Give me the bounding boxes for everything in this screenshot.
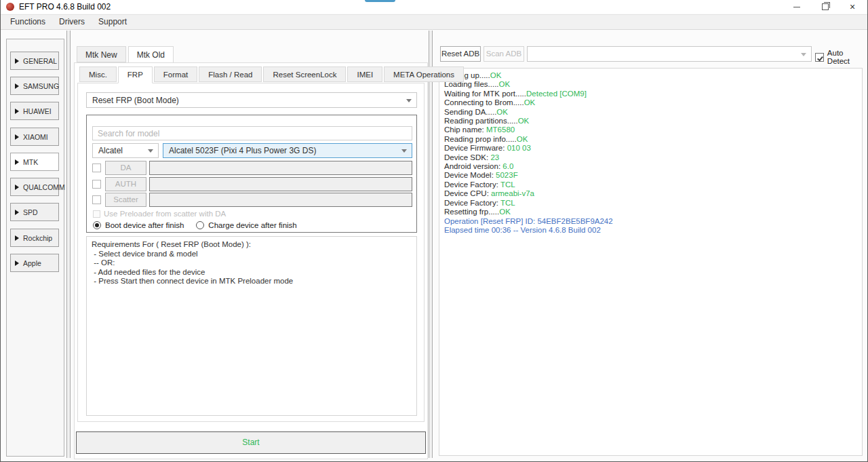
preloader-label: Use Preloader from scatter with DA [104, 210, 226, 218]
tab-misc[interactable]: Misc. [79, 66, 117, 82]
menu-support[interactable]: Support [92, 15, 134, 29]
auth-file-field[interactable] [149, 177, 412, 191]
sidebar-item-apple[interactable]: Apple [10, 254, 59, 272]
model-group-box: Alcatel Alcatel 5023F (Pixi 4 Plus Power… [86, 115, 417, 233]
brand-select-value: Alcatel [98, 146, 123, 155]
tab-mtk-new[interactable]: Mtk New [77, 46, 126, 62]
log-line: Loading files.....OK [444, 80, 857, 89]
adb-device-select[interactable] [527, 46, 812, 62]
auth-checkbox[interactable] [92, 180, 101, 189]
log-line: Reading prop info.....OK [444, 135, 857, 144]
log-line: Android version: 6.0 [444, 162, 857, 171]
expand-arrow-icon [15, 83, 19, 89]
da-file-field[interactable] [149, 161, 412, 175]
tab-imei[interactable]: IMEI [347, 66, 382, 82]
requirements-line: - Press Start then connect device in MTK… [92, 277, 412, 286]
tab-meta-operations[interactable]: META Operations [384, 66, 464, 82]
expand-arrow-icon [15, 261, 19, 266]
operation-select-value: Reset FRP (Boot Mode) [92, 96, 179, 105]
splitter-left[interactable] [66, 31, 71, 458]
da-file-row: DA [92, 161, 412, 175]
sidebar-item-huawei[interactable]: HUAWEI [10, 102, 59, 120]
log-line: Connecting to Brom.....OK [444, 98, 857, 107]
brand-sidebar: GENERAL SAMSUNG HUAWEI XIAOMI MTK QUALCO… [6, 39, 64, 457]
log-line: Device Model: 5023F [444, 171, 857, 180]
search-model-input[interactable] [92, 126, 412, 140]
tab-frp[interactable]: FRP [118, 66, 153, 83]
da-button[interactable]: DA [105, 161, 146, 175]
requirements-line: - Select device brand & model [92, 250, 412, 259]
scatter-checkbox[interactable] [92, 195, 101, 204]
log-line: Operation [Reset FRP] ID: 54EBF2BE5BF9A2… [444, 217, 857, 226]
log-line: Device Firmware: 010 03 [444, 144, 857, 153]
sidebar-item-qualcomm[interactable]: QUALCOMM [10, 178, 59, 196]
maximize-icon [822, 3, 829, 10]
title-bar: EFT PRO 4.6.8 Build 002 × [1, 0, 867, 14]
close-button[interactable]: × [839, 0, 866, 14]
auth-file-row: AUTH [92, 177, 412, 191]
sidebar-item-samsung[interactable]: SAMSUNG [10, 77, 59, 95]
start-button[interactable]: Start [76, 431, 426, 454]
log-line: Device Factory: TCL [444, 180, 857, 189]
log-line: Elapsed time 00:36 -- Version 4.6.8 Buil… [444, 226, 857, 235]
preloader-option: Use Preloader from scatter with DA [93, 210, 226, 218]
background-window-edge [365, 0, 395, 2]
auto-detect-checkbox[interactable] [815, 53, 824, 62]
sidebar-item-mtk[interactable]: MTK [10, 153, 59, 171]
charge-after-finish-radio[interactable] [196, 221, 204, 229]
close-icon: × [850, 2, 855, 12]
after-finish-options: Boot device after finish Charge device a… [93, 221, 297, 229]
log-line: Sending DA.....OK [444, 108, 857, 117]
scan-adb-button[interactable]: Scan ADB [484, 46, 524, 62]
scatter-button[interactable]: Scatter [105, 193, 146, 207]
expand-arrow-icon [15, 58, 19, 64]
tab-format[interactable]: Format [154, 66, 197, 82]
operation-tab-bar: Misc. FRP Format Flash / Read Reset Scre… [79, 66, 465, 83]
requirements-line: - Add needed files for the device [92, 268, 412, 277]
expand-arrow-icon [15, 134, 19, 140]
boot-after-finish-label: Boot device after finish [105, 221, 184, 229]
auth-button[interactable]: AUTH [105, 177, 146, 191]
app-window: EFT PRO 4.6.8 Build 002 × Functions Driv… [0, 0, 868, 462]
log-line: Device SDK: 23 [444, 153, 857, 162]
charge-after-finish-label: Charge device after finish [208, 221, 296, 229]
requirements-box: Requirements For ( Reset FRP (Boot Mode)… [86, 236, 417, 416]
scatter-file-field[interactable] [149, 193, 412, 207]
auto-detect-option: Auto Detect [815, 49, 867, 65]
sidebar-item-rockchip[interactable]: Rockchip [10, 229, 59, 247]
boot-after-finish-radio[interactable] [93, 221, 101, 229]
tab-flash-read[interactable]: Flash / Read [199, 66, 262, 82]
maximize-button[interactable] [812, 0, 839, 14]
sidebar-item-xiaomi[interactable]: XIAOMI [10, 128, 59, 146]
log-line: Device Factory: TCL [444, 199, 857, 208]
expand-arrow-icon [15, 210, 19, 215]
expand-arrow-icon [15, 185, 19, 190]
sidebar-item-spd[interactable]: SPD [10, 203, 59, 221]
log-line: Device CPU: armeabi-v7a [444, 189, 857, 198]
preloader-checkbox[interactable] [93, 210, 100, 218]
menu-drivers[interactable]: Drivers [52, 15, 92, 29]
brand-select[interactable]: Alcatel [92, 143, 159, 158]
operation-select[interactable]: Reset FRP (Boot Mode) [86, 92, 417, 108]
log-line: Waiting for MTK port.....Detected [COM9] [444, 90, 857, 98]
sidebar-item-general[interactable]: GENERAL [10, 52, 59, 70]
log-line: Resetting frp.....OK [444, 208, 857, 216]
chevron-down-icon [148, 149, 153, 153]
minimize-button[interactable] [783, 0, 810, 14]
da-checkbox[interactable] [92, 163, 101, 172]
chevron-down-icon [801, 53, 806, 56]
tab-mtk-old[interactable]: Mtk Old [128, 46, 174, 64]
splitter-right[interactable] [429, 31, 433, 458]
window-title: EFT PRO 4.6.8 Build 002 [19, 2, 111, 12]
menu-functions[interactable]: Functions [3, 15, 52, 29]
log-line: Setting up.....OK [444, 71, 857, 80]
model-select[interactable]: Alcatel 5023F (Pixi 4 Plus Power 3G DS) [163, 143, 412, 158]
requirements-line: -- OR: [92, 258, 412, 268]
log-line: Reading partitions.....OK [444, 117, 857, 126]
frp-panel: Reset FRP (Boot Mode) Alcatel Alcatel 50… [77, 83, 425, 422]
reset-adb-button[interactable]: Reset ADB [440, 46, 481, 62]
scatter-file-row: Scatter [92, 193, 412, 207]
log-output[interactable]: Setting up.....OK Loading files.....OK W… [439, 68, 863, 456]
model-select-value: Alcatel 5023F (Pixi 4 Plus Power 3G DS) [169, 146, 316, 155]
tab-reset-screenlock[interactable]: Reset ScreenLock [263, 66, 346, 82]
